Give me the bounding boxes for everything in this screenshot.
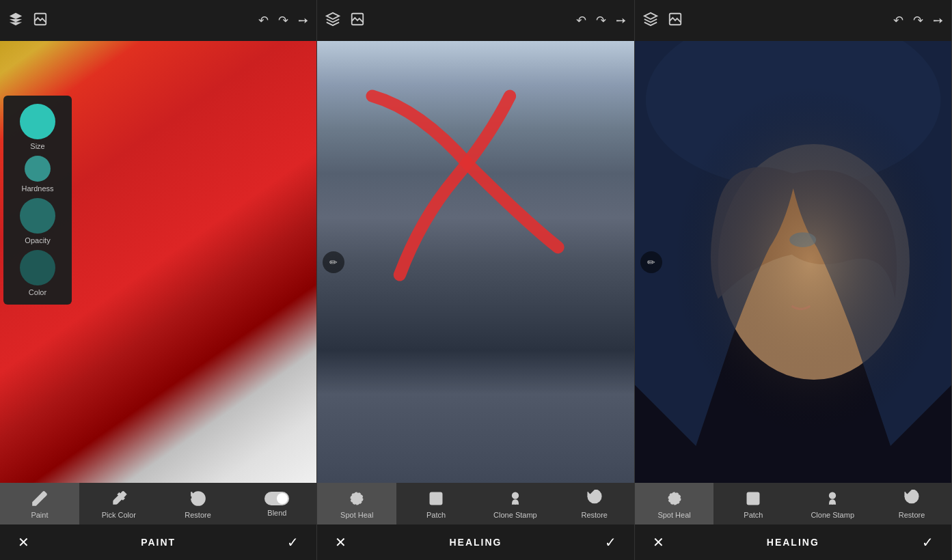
cancel-button[interactable]: ✕ — [12, 531, 35, 553]
action-bar-healing2: ✕ HEALING ✓ — [635, 524, 951, 560]
color-circle — [20, 250, 55, 285]
bottom-toolbar-healing1: Spot Heal Patch — [317, 483, 634, 524]
svg-rect-16 — [635, 41, 951, 483]
cancel-button[interactable]: ✕ — [329, 531, 352, 553]
svg-point-19 — [673, 497, 675, 499]
undo-icon[interactable]: ↶ — [576, 13, 586, 28]
hardness-control[interactable]: Hardness — [10, 156, 65, 193]
tool-clone-stamp[interactable]: Clone Stamp — [476, 483, 555, 524]
patch-label: Patch — [744, 511, 763, 519]
color-control[interactable]: Color — [10, 250, 65, 296]
restore-icon — [586, 490, 603, 507]
expand-icon[interactable]: ➙ — [616, 13, 626, 28]
topbar-healing2: ↶ ↷ ➙ — [635, 0, 951, 41]
spot-heal-label: Spot Heal — [340, 511, 373, 519]
layers-icon[interactable] — [643, 12, 658, 30]
opacity-control[interactable]: Opacity — [10, 198, 65, 244]
color-label: Color — [29, 288, 46, 296]
image-icon[interactable] — [668, 12, 683, 30]
redo-icon[interactable]: ↷ — [596, 13, 606, 28]
tool-blend[interactable]: Blend — [237, 483, 316, 524]
hardness-circle — [25, 156, 51, 182]
tool-spot-heal[interactable]: Spot Heal — [635, 483, 714, 524]
beef-can-image: Size Hardness Opacity Color — [0, 41, 316, 483]
topbar-right: ↶ ↷ ➙ — [258, 13, 308, 28]
expand-icon[interactable]: ➙ — [933, 13, 943, 28]
tool-clone-stamp[interactable]: Clone Stamp — [793, 483, 872, 524]
opacity-label: Opacity — [25, 236, 50, 244]
tool-row: Spot Heal Patch — [635, 483, 951, 524]
portrait-svg — [635, 41, 951, 483]
bottom-toolbar-paint: Paint Pick Color Restore — [0, 483, 316, 524]
panel-title: PAINT — [141, 537, 176, 548]
tool-paint[interactable]: Paint — [0, 483, 79, 524]
topbar-right: ↶ ↷ ➙ — [576, 13, 626, 28]
canvas-healing2: ✏ — [635, 41, 951, 483]
redo-icon[interactable]: ↷ — [913, 13, 923, 28]
canvas-paint: Size Hardness Opacity Color — [0, 41, 316, 483]
canvas-healing1: ✏ — [317, 41, 634, 483]
tool-pick-color[interactable]: Pick Color — [79, 483, 159, 524]
pick-color-icon — [110, 490, 128, 507]
size-control[interactable]: Size — [10, 104, 65, 150]
size-label: Size — [30, 142, 44, 150]
action-bar-healing1: ✕ HEALING ✓ — [317, 524, 634, 560]
tool-row: Spot Heal Patch — [317, 483, 634, 524]
confirm-button[interactable]: ✓ — [916, 531, 939, 553]
topbar-left — [325, 12, 365, 30]
topbar-left — [643, 12, 683, 30]
layers-icon[interactable] — [325, 12, 340, 30]
redo-icon[interactable]: ↷ — [278, 13, 288, 28]
image-icon[interactable] — [350, 12, 365, 30]
panel-title: HEALING — [449, 537, 502, 548]
restore-icon — [189, 490, 207, 507]
svg-point-8 — [435, 497, 437, 500]
blend-toggle — [264, 492, 289, 505]
size-circle — [20, 104, 55, 139]
topbar-paint: ↶ ↷ ➙ — [0, 0, 316, 41]
red-paint-overlay — [317, 41, 634, 412]
clone-stamp-icon — [824, 490, 841, 507]
panel-healing-1: ↶ ↷ ➙ ✏ — [317, 0, 634, 560]
confirm-button[interactable]: ✓ — [282, 531, 304, 553]
cancel-button[interactable]: ✕ — [647, 531, 670, 553]
layers-icon[interactable] — [8, 12, 23, 30]
paint-icon — [31, 490, 49, 507]
blend-icon — [264, 492, 289, 505]
tool-patch[interactable]: Patch — [396, 483, 476, 524]
patch-label: Patch — [426, 511, 446, 519]
portrait-image: ✏ — [635, 41, 951, 483]
panel-healing-2: ↶ ↷ ➙ — [635, 0, 952, 560]
clone-stamp-label: Clone Stamp — [811, 511, 854, 519]
tool-restore[interactable]: Restore — [159, 483, 238, 524]
undo-icon[interactable]: ↶ — [893, 13, 903, 28]
svg-point-23 — [752, 497, 754, 500]
topbar-healing1: ↶ ↷ ➙ — [317, 0, 634, 41]
tool-restore[interactable]: Restore — [555, 483, 634, 524]
tool-row: Paint Pick Color Restore — [0, 483, 316, 524]
expand-icon[interactable]: ➙ — [298, 13, 308, 28]
bottom-toolbar-healing2: Spot Heal Patch — [635, 483, 951, 524]
panel-paint: ↶ ↷ ➙ Size Hardness Opacity — [0, 0, 317, 560]
image-icon[interactable] — [33, 12, 48, 30]
patch-icon — [744, 490, 762, 507]
tool-patch[interactable]: Patch — [713, 483, 793, 524]
opacity-circle — [20, 198, 55, 234]
clone-stamp-icon — [506, 490, 524, 507]
street-image: ✏ — [317, 41, 634, 483]
pencil-indicator: ✏ — [640, 251, 662, 273]
svg-point-24 — [830, 492, 836, 499]
brush-popup: Size Hardness Opacity Color — [3, 96, 72, 305]
restore-label: Restore — [899, 511, 925, 519]
tool-spot-heal[interactable]: Spot Heal — [317, 483, 396, 524]
blend-label: Blend — [267, 509, 286, 517]
topbar-left — [8, 12, 48, 30]
confirm-button[interactable]: ✓ — [599, 531, 622, 553]
undo-icon[interactable]: ↶ — [258, 13, 269, 28]
svg-point-4 — [356, 497, 358, 499]
restore-label: Restore — [185, 511, 211, 519]
restore-label: Restore — [581, 511, 608, 519]
tool-restore[interactable]: Restore — [872, 483, 951, 524]
patch-icon — [427, 490, 445, 507]
pick-color-label: Pick Color — [102, 511, 136, 519]
